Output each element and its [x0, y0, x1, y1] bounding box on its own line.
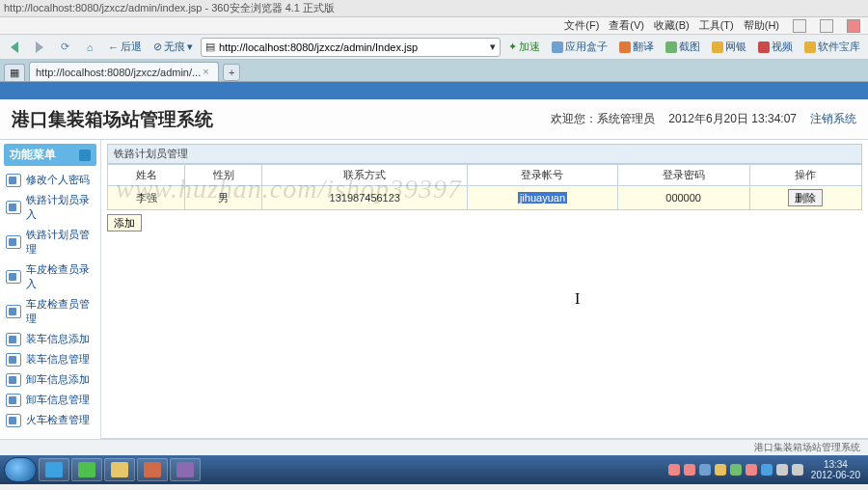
browser-tabstrip: ▦ http://localhost:8080/jzxcz/admin/... …: [0, 60, 868, 81]
ext-software[interactable]: 软件宝库: [800, 40, 864, 54]
sidebar-title: 功能菜单: [4, 144, 96, 166]
col-action: 操作: [749, 165, 861, 186]
cell-phone: 131987456123: [262, 186, 468, 210]
address-bar[interactable]: ▤ ▾: [201, 38, 501, 57]
tray-icon[interactable]: [746, 464, 757, 476]
task-explorer[interactable]: [104, 458, 135, 481]
sidebar-item-wagon-check-manage[interactable]: 车皮检查员管理: [4, 294, 96, 329]
window-title: http://localhost:8080/jzxcz/admin/index.…: [4, 1, 335, 15]
cell-account: jihuayuan: [468, 186, 617, 210]
menu-file[interactable]: 文件(F): [564, 18, 599, 33]
menu-tool[interactable]: 工具(T): [699, 18, 734, 33]
menu-icon: [6, 333, 21, 346]
menu-fav[interactable]: 收藏(B): [654, 18, 690, 33]
window-close[interactable]: [847, 19, 860, 33]
add-button[interactable]: 添加: [107, 214, 142, 231]
arrow-left-icon: [11, 41, 18, 53]
app-footer: 港口集装箱场站管理系统: [0, 439, 868, 454]
content-area: 铁路计划员管理 姓名 性别 联系方式 登录帐号 登录密码 操作 李强 男 131…: [101, 140, 868, 439]
sidebar-item-rail-planner-add[interactable]: 铁路计划员录入: [4, 190, 96, 225]
sidebar-item-load-add[interactable]: 装车信息添加: [4, 329, 96, 349]
video-icon: [758, 41, 770, 53]
app-page: www.huzhan.com/ishop39397 港口集装箱场站管理系统 欢迎…: [0, 81, 868, 438]
menu-icon: [6, 414, 21, 427]
add-row: 添加: [107, 214, 862, 231]
sidebar-item-rail-planner-manage[interactable]: 铁路计划员管理: [4, 225, 96, 259]
ext-bank[interactable]: 网银: [708, 40, 750, 54]
menu-help[interactable]: 帮助(H): [744, 18, 779, 33]
menu-icon: [6, 201, 21, 214]
cell-action: 删除: [749, 186, 861, 210]
nav-home-button[interactable]: ⌂: [79, 38, 100, 57]
software-icon: [804, 41, 816, 53]
sidebar-item-password[interactable]: 修改个人密码: [4, 170, 96, 190]
task-app1[interactable]: [137, 458, 168, 481]
menu-icon: [6, 235, 21, 249]
nav-back-split[interactable]: ← 后退: [104, 40, 146, 54]
start-button[interactable]: [4, 457, 37, 482]
col-name: 姓名: [108, 165, 185, 186]
browser-toolbar: ⟳ ⌂ ← 后退 ⊘ 无痕 ▾ ▤ ▾ ✦ 加速 应用盒子 翻译 截图 网银 视…: [0, 35, 868, 60]
logout-link[interactable]: 注销系统: [810, 111, 856, 127]
table-header-row: 姓名 性别 联系方式 登录帐号 登录密码 操作: [108, 165, 862, 186]
tray-icon[interactable]: [715, 464, 726, 476]
menu-icon: [6, 305, 21, 318]
nav-notrace[interactable]: ⊘ 无痕 ▾: [149, 40, 197, 54]
taskbar-clock[interactable]: 13:342012-06-20: [807, 459, 864, 480]
tray-icon[interactable]: [668, 464, 680, 476]
window-maximize[interactable]: [820, 19, 833, 33]
sidebar-item-train-check[interactable]: 火车检查管理: [4, 410, 96, 430]
tray-icon[interactable]: [792, 464, 803, 476]
datetime-text: 2012年6月20日 13:34:07: [668, 111, 797, 127]
browser-menubar: 文件(F) 查看(V) 收藏(B) 工具(T) 帮助(H): [0, 17, 868, 35]
translate-icon: [619, 41, 631, 53]
tab-label: http://localhost:8080/jzxcz/admin/...: [36, 67, 201, 78]
task-browser[interactable]: [71, 458, 102, 481]
data-table: 姓名 性别 联系方式 登录帐号 登录密码 操作 李强 男 13198745612…: [107, 164, 862, 210]
go-button[interactable]: ✦ 加速: [504, 40, 544, 54]
dropdown-icon[interactable]: ▾: [490, 41, 496, 53]
window-minimize[interactable]: [793, 19, 806, 33]
tray-icon[interactable]: [684, 464, 695, 476]
cell-gender: 男: [185, 186, 262, 210]
task-ie[interactable]: [39, 458, 69, 481]
ext-video[interactable]: 视频: [754, 40, 797, 54]
sidebar-item-unload-manage[interactable]: 卸车信息管理: [4, 390, 96, 410]
tabstrip-app-button[interactable]: ▦: [4, 64, 25, 81]
collapse-icon[interactable]: [79, 150, 91, 161]
nav-back-button[interactable]: [4, 38, 25, 57]
browser-tab[interactable]: http://localhost:8080/jzxcz/admin/... ×: [29, 62, 219, 81]
selected-text[interactable]: jihuayuan: [518, 192, 567, 204]
arrow-right-icon: [36, 41, 43, 53]
new-tab-button[interactable]: +: [223, 64, 240, 81]
sidebar-menu: 修改个人密码 铁路计划员录入 铁路计划员管理 车皮检查员录入 车皮检查员管理 装…: [4, 166, 96, 434]
page-icon: ▤: [205, 41, 215, 53]
ext-screenshot[interactable]: 截图: [662, 40, 704, 54]
sidebar-item-wagon-check-add[interactable]: 车皮检查员录入: [4, 259, 96, 294]
system-tray: 13:342012-06-20: [668, 459, 864, 480]
tray-icon[interactable]: [730, 464, 742, 476]
url-input[interactable]: [219, 41, 486, 53]
tray-icon[interactable]: [761, 464, 773, 476]
sidebar-item-load-manage[interactable]: 装车信息管理: [4, 349, 96, 369]
task-app2[interactable]: [170, 458, 201, 481]
tray-icon[interactable]: [699, 464, 711, 476]
ext-translate[interactable]: 翻译: [615, 40, 658, 54]
tab-close-button[interactable]: ×: [203, 66, 214, 77]
nav-reload-button[interactable]: ⟳: [54, 38, 75, 57]
sidebar-item-unload-add[interactable]: 卸车信息添加: [4, 369, 96, 390]
table-row: 李强 男 131987456123 jihuayuan 000000 删除: [108, 186, 862, 210]
nav-forward-button[interactable]: [29, 38, 50, 57]
menu-icon: [6, 373, 21, 387]
os-window-titlebar: http://localhost:8080/jzxcz/admin/index.…: [0, 0, 868, 17]
menu-icon: [6, 353, 21, 367]
delete-button[interactable]: 删除: [788, 189, 823, 206]
text-cursor-icon: I: [575, 290, 580, 308]
menu-view[interactable]: 查看(V): [609, 18, 644, 33]
col-phone: 联系方式: [262, 165, 468, 186]
ext-appbox[interactable]: 应用盒子: [548, 40, 611, 54]
appbox-icon: [552, 41, 563, 53]
tray-icon[interactable]: [776, 464, 788, 476]
col-account: 登录帐号: [468, 165, 617, 186]
sidebar: 功能菜单 修改个人密码 铁路计划员录入 铁路计划员管理 车皮检查员录入 车皮检查…: [0, 140, 101, 439]
